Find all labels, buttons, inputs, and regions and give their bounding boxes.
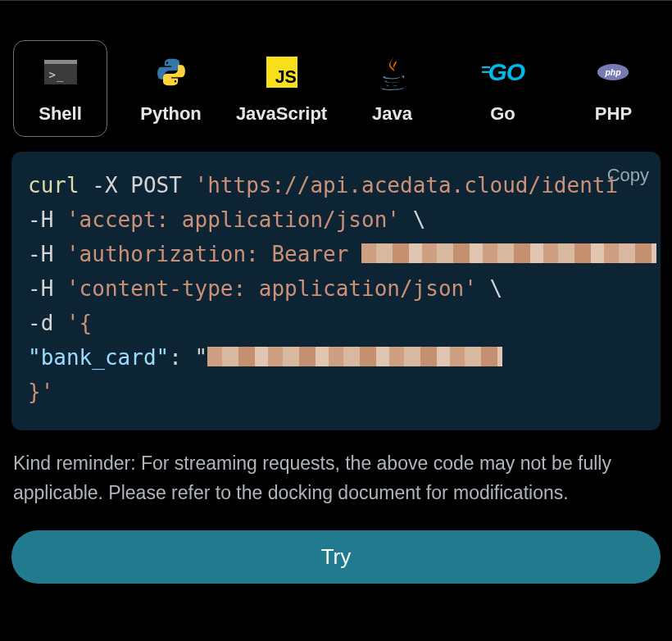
language-tabs: Shell Python JS JavaScript <box>11 40 661 137</box>
code-backslash: \ <box>413 207 426 232</box>
tab-javascript[interactable]: JS JavaScript <box>234 40 329 137</box>
try-button[interactable]: Try <box>11 530 661 584</box>
code-content-type: 'content-type: application/json' <box>66 276 477 301</box>
tab-python[interactable]: Python <box>124 40 218 137</box>
go-icon: GO <box>486 56 519 89</box>
tab-label: JavaScript <box>236 103 327 125</box>
tab-shell[interactable]: Shell <box>13 40 107 137</box>
code-accept: 'accept: application/json' <box>66 207 400 232</box>
code-body-colon: : " <box>169 345 207 370</box>
code-cmd: curl <box>28 173 79 198</box>
code-method-flag: -X <box>92 173 117 198</box>
code-d-flag: -d <box>28 311 53 335</box>
code-snippet: Copy curl -X POST 'https://api.acedata.c… <box>11 152 661 430</box>
code-h-flag: -H <box>28 207 53 232</box>
shell-icon <box>44 56 77 89</box>
php-icon: php <box>597 56 629 89</box>
tab-label: Shell <box>39 103 82 125</box>
code-h-flag: -H <box>28 242 53 266</box>
code-backslash: \ <box>490 276 503 301</box>
code-url: 'https://api.acedata.cloud/identi <box>195 173 619 198</box>
code-body-close: }' <box>28 380 53 404</box>
python-icon <box>155 56 188 89</box>
tab-label: Go <box>490 103 515 125</box>
redacted-value <box>207 347 502 366</box>
svg-text:JS: JS <box>275 67 296 87</box>
copy-button[interactable]: Copy <box>607 158 649 193</box>
code-auth-prefix: 'authorization: Bearer <box>66 242 361 266</box>
javascript-icon: JS <box>266 56 298 89</box>
code-body-open: '{ <box>66 311 92 335</box>
tab-label: Python <box>140 103 202 125</box>
tab-php[interactable]: php PHP <box>566 40 661 137</box>
api-snippet-panel: Shell Python JS JavaScript <box>0 1 672 584</box>
tab-label: Java <box>372 103 412 125</box>
java-icon <box>376 56 409 89</box>
code-h-flag: -H <box>28 276 53 301</box>
tab-label: PHP <box>595 103 632 125</box>
tab-java[interactable]: Java <box>345 40 439 137</box>
code-method: POST <box>130 173 182 198</box>
svg-text:php: php <box>605 68 622 77</box>
redacted-token <box>361 243 656 263</box>
code-body-key: "bank_card" <box>28 345 169 370</box>
tab-go[interactable]: GO Go <box>456 40 550 137</box>
reminder-note: Kind reminder: For streaming requests, t… <box>11 448 661 507</box>
